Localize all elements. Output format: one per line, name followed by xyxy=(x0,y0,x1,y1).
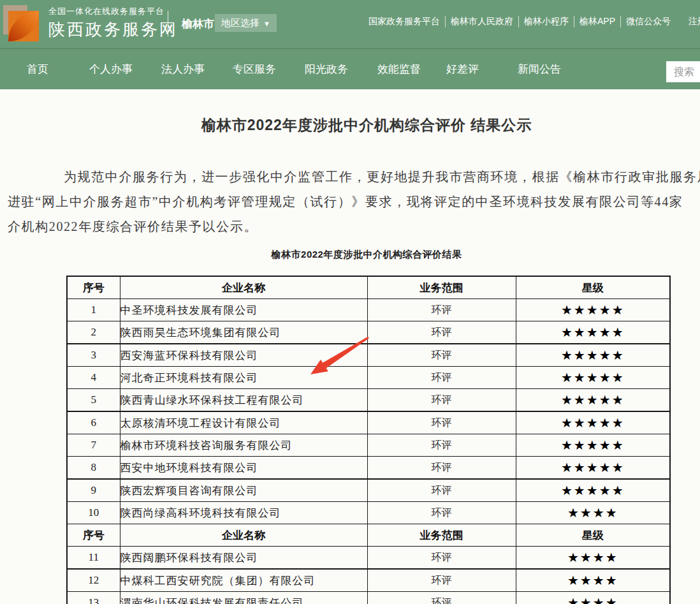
link-separator xyxy=(445,16,446,27)
business-scope-cell: 环评 xyxy=(367,344,516,367)
star-rating-cell: ★★★★★ xyxy=(516,434,670,457)
register-link[interactable]: 注册 xyxy=(689,16,700,27)
row-number-cell: 12 xyxy=(67,569,120,592)
company-name-cell: 陕西阔鹏环保科技有限公司 xyxy=(120,547,367,570)
column-header: 序号 xyxy=(67,276,120,299)
table-row: 8西安中地环境科技有限公司环评★★★★★ xyxy=(67,457,670,480)
red-arrow-annotation xyxy=(306,334,374,379)
table-caption: 榆林市2022年度涉批中介机构综合评价结果 xyxy=(0,249,700,260)
table-row: 13渭南华山环保科技发展有限责任公司环评★★★★ xyxy=(67,592,670,604)
star-rating-cell: ★★★★ xyxy=(516,592,670,604)
table-row: 7榆林市环境科技咨询服务有限公司环评★★★★★ xyxy=(67,434,670,457)
business-scope-cell: 环评 xyxy=(367,479,516,502)
table-header-row: 序号企业名称业务范围星级 xyxy=(67,276,670,299)
star-rating-cell: ★★★★★ xyxy=(516,367,670,389)
row-number-cell: 4 xyxy=(67,367,120,389)
region-selector-button[interactable]: 地区选择▼ xyxy=(215,14,277,32)
nav-special-zone-services[interactable]: 专区服务 xyxy=(233,49,276,89)
star-rating-cell: ★★★★ xyxy=(516,502,670,524)
star-rating-cell: ★★★★★ xyxy=(516,321,670,344)
site-title[interactable]: 陕西政务服务网 xyxy=(48,18,178,41)
nav-personal-services[interactable]: 个人办事 xyxy=(89,49,133,89)
business-scope-cell: 环评 xyxy=(367,389,516,412)
region-selector-label: 地区选择 xyxy=(221,17,259,28)
business-scope-cell: 环评 xyxy=(367,569,516,592)
link-city-government[interactable]: 榆林市人民政府 xyxy=(451,16,513,27)
nav-home[interactable]: 首页 xyxy=(27,49,48,89)
evaluation-table-body: 序号企业名称业务范围星级1中圣环境科技发展有限公司环评★★★★★2陕西雨昊生态环… xyxy=(67,276,670,604)
column-header: 星级 xyxy=(516,524,670,547)
business-scope-cell: 环评 xyxy=(367,592,516,604)
column-header: 企业名称 xyxy=(120,276,367,299)
main-nav: 首页 个人办事 法人办事 专区服务 阳光政务 效能监督 好差评 新闻公告 xyxy=(0,48,700,89)
nav-efficiency-supervision[interactable]: 效能监督 xyxy=(377,49,421,89)
table-row: 12中煤科工西安研究院（集团）有限公司环评★★★★ xyxy=(67,569,670,592)
column-header: 星级 xyxy=(516,276,670,299)
table-row: 6太原核清环境工程设计有限公司环评★★★★★ xyxy=(67,411,670,434)
nav-rating[interactable]: 好差评 xyxy=(446,49,479,89)
star-rating-cell: ★★★★★ xyxy=(516,411,670,434)
row-number-cell: 10 xyxy=(67,502,120,524)
business-scope-cell: 环评 xyxy=(367,502,516,524)
star-rating-cell: ★★★★ xyxy=(516,569,670,592)
link-separator xyxy=(518,16,519,27)
current-city-label: 榆林市 xyxy=(182,17,214,31)
site-header: 全国一体化在线政务服务平台 陕西政务服务网 榆林市 地区选择▼ 国家政务服务平台… xyxy=(0,0,700,48)
platform-tagline: 全国一体化在线政务服务平台 xyxy=(48,6,178,17)
page-title: 榆林市2022年度涉批中介机构综合评价 结果公示 xyxy=(0,117,700,133)
search-input[interactable] xyxy=(666,61,700,82)
page: 全国一体化在线政务服务平台 陕西政务服务网 榆林市 地区选择▼ 国家政务服务平台… xyxy=(0,0,700,604)
business-scope-cell: 环评 xyxy=(367,321,516,344)
row-number-cell: 11 xyxy=(67,547,120,570)
link-mini-program[interactable]: 榆林小程序 xyxy=(524,16,569,27)
paragraph-line: 介机构2022年度综合评价结果予以公示。 xyxy=(8,214,700,239)
site-logo-icon[interactable] xyxy=(2,3,40,45)
table-row: 9陕西宏辉项目咨询有限公司环评★★★★★ xyxy=(67,479,670,502)
company-name-cell: 榆林市环境科技咨询服务有限公司 xyxy=(120,434,367,457)
business-scope-cell: 环评 xyxy=(367,434,516,457)
business-scope-cell: 环评 xyxy=(367,367,516,389)
evaluation-table: 序号企业名称业务范围星级1中圣环境科技发展有限公司环评★★★★★2陕西雨昊生态环… xyxy=(66,276,671,604)
link-wechat-account[interactable]: 微信公众号 xyxy=(626,16,671,27)
row-number-cell: 2 xyxy=(67,321,120,344)
nav-news-announcements[interactable]: 新闻公告 xyxy=(518,49,561,89)
header-links: 国家政务服务平台 榆林市人民政府 榆林小程序 榆林APP 微信公众号 注册 xyxy=(368,0,700,45)
table-row: 11陕西阔鹏环保科技有限公司环评★★★★ xyxy=(67,547,670,570)
chevron-down-icon: ▼ xyxy=(263,20,270,27)
row-number-cell: 3 xyxy=(67,344,120,367)
star-rating-cell: ★★★★★ xyxy=(516,389,670,412)
table-row: 10陕西尚绿高科环境科技有限公司环评★★★★ xyxy=(67,502,670,524)
paragraph-line: 进驻“网上中介服务超市”中介机构考评管理规定（试行）》要求，现将评定的中圣环境科… xyxy=(8,189,700,214)
link-separator xyxy=(574,16,574,27)
company-name-cell: 渭南华山环保科技发展有限责任公司 xyxy=(120,592,367,604)
table-header-row: 序号企业名称业务范围星级 xyxy=(67,524,670,547)
row-number-cell: 1 xyxy=(67,299,120,321)
row-number-cell: 9 xyxy=(67,479,120,502)
table-row: 1中圣环境科技发展有限公司环评★★★★★ xyxy=(67,299,670,321)
row-number-cell: 5 xyxy=(67,389,120,412)
business-scope-cell: 环评 xyxy=(367,411,516,434)
company-name-cell: 太原核清环境工程设计有限公司 xyxy=(120,411,367,434)
business-scope-cell: 环评 xyxy=(367,299,516,321)
link-national-platform[interactable]: 国家政务服务平台 xyxy=(368,16,440,27)
column-header: 业务范围 xyxy=(367,276,516,299)
business-scope-cell: 环评 xyxy=(367,457,516,480)
brand: 全国一体化在线政务服务平台 陕西政务服务网 xyxy=(48,6,178,41)
company-name-cell: 陕西青山绿水环保科技工程有限公司 xyxy=(120,389,367,412)
paragraph-line: 为规范中介服务行为，进一步强化中介监管工作，更好地提升我市营商环境，根据《榆林市… xyxy=(8,165,700,189)
announcement-paragraph: 为规范中介服务行为，进一步强化中介监管工作，更好地提升我市营商环境，根据《榆林市… xyxy=(8,165,700,239)
column-header: 企业名称 xyxy=(120,524,367,547)
row-number-cell: 8 xyxy=(67,457,120,480)
nav-open-government[interactable]: 阳光政务 xyxy=(305,49,348,89)
nav-legal-entity-services[interactable]: 法人办事 xyxy=(161,49,205,89)
company-name-cell: 陕西尚绿高科环境科技有限公司 xyxy=(120,502,367,524)
star-rating-cell: ★★★★★ xyxy=(516,479,670,502)
row-number-cell: 7 xyxy=(67,434,120,457)
table-row: 5陕西青山绿水环保科技工程有限公司环评★★★★★ xyxy=(67,389,670,412)
star-rating-cell: ★★★★ xyxy=(516,547,670,570)
column-header: 业务范围 xyxy=(367,524,516,547)
company-name-cell: 西安中地环境科技有限公司 xyxy=(120,457,367,480)
business-scope-cell: 环评 xyxy=(367,547,516,570)
link-city-app[interactable]: 榆林APP xyxy=(580,16,615,27)
link-separator xyxy=(620,16,621,27)
